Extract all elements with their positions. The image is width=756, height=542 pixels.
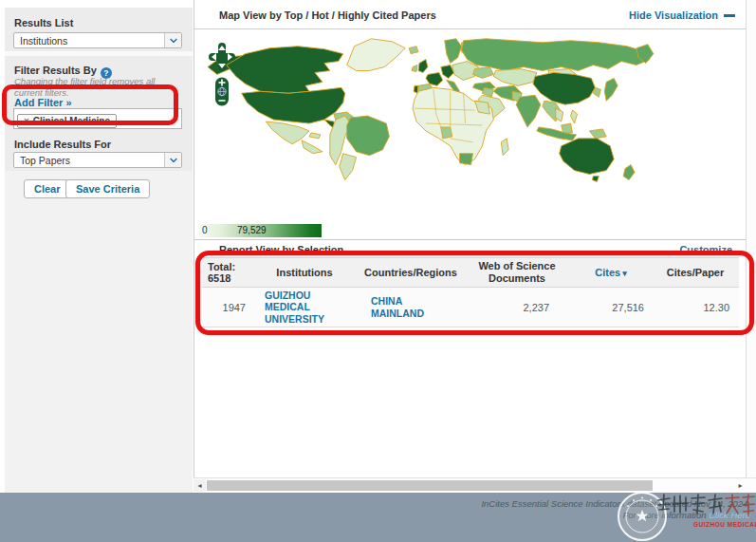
country-cuba bbox=[309, 133, 321, 139]
country-new-zealand bbox=[623, 165, 635, 180]
university-name-cjk-watermark bbox=[656, 493, 755, 523]
results-table: Total: 6518 Institutions Countries/Regio… bbox=[202, 257, 739, 327]
save-criteria-button[interactable]: Save Criteria bbox=[65, 179, 150, 198]
country-philippines bbox=[571, 110, 578, 123]
vertical-scrollbar[interactable] bbox=[746, 0, 756, 477]
horizontal-scrollbar[interactable]: ◂ ▸ bbox=[194, 477, 756, 492]
country-nigeria bbox=[441, 127, 452, 139]
row-wos-documents: 2,237 bbox=[464, 302, 570, 313]
map-color-legend: 0 79,529 bbox=[199, 224, 322, 237]
filter-chip-label: Clinical Medicine bbox=[33, 116, 110, 126]
customize-link[interactable]: Customize bbox=[679, 244, 732, 255]
total-header: Total: 6518 bbox=[202, 261, 251, 284]
collapse-icon bbox=[724, 14, 735, 17]
hide-visualization-label: Hide Visualization bbox=[629, 9, 718, 21]
country-iceland bbox=[409, 47, 418, 54]
filter-note: Changing the filter field removes all cu… bbox=[14, 76, 177, 100]
section-divider bbox=[5, 51, 193, 56]
country-australia bbox=[560, 139, 614, 175]
hide-visualization-link[interactable]: Hide Visualization bbox=[629, 9, 735, 21]
section-divider bbox=[194, 239, 747, 240]
dropdown-button[interactable] bbox=[164, 153, 181, 167]
chevron-down-icon bbox=[169, 35, 176, 43]
chevron-down-icon bbox=[169, 155, 176, 162]
scroll-left-button[interactable]: ◂ bbox=[194, 479, 206, 492]
dropdown-button[interactable] bbox=[164, 33, 181, 47]
region-scandinavia bbox=[445, 39, 462, 64]
table-row: 1947 GUIZHOU MEDICAL UNIVERSITY CHINA MA… bbox=[202, 288, 739, 327]
country-new-guinea bbox=[589, 129, 606, 139]
region-central-asia bbox=[493, 69, 537, 86]
country-south-africa bbox=[460, 154, 473, 165]
total-label: Total: bbox=[208, 261, 251, 272]
country-uk bbox=[418, 60, 428, 73]
results-list-value: Institutions bbox=[14, 35, 164, 47]
filter-sidebar: Results List Institutions Filter Results… bbox=[5, 8, 193, 493]
region-central-america bbox=[302, 140, 323, 154]
esi-app-window: Results List Institutions Filter Results… bbox=[0, 0, 756, 542]
country-ireland bbox=[412, 65, 417, 72]
map-view-title: Map View by Top / Hot / Highly Cited Pap… bbox=[219, 9, 436, 21]
scrollbar-thumb[interactable] bbox=[207, 480, 653, 491]
row-cites: 27,516 bbox=[570, 302, 652, 313]
country-usa bbox=[242, 87, 345, 123]
row-cites-per-paper: 12.30 bbox=[652, 302, 739, 313]
legend-min-label: 0 bbox=[202, 225, 208, 235]
panel-header: Map View by Top / Hot / Highly Cited Pap… bbox=[194, 0, 747, 29]
world-choropleth-map[interactable] bbox=[204, 32, 745, 215]
column-header-cites-per-paper[interactable]: Cites/Paper bbox=[652, 267, 739, 278]
legend-max-label: 79,529 bbox=[237, 225, 267, 235]
country-borneo bbox=[562, 123, 573, 133]
filter-by-label: Filter Results By bbox=[14, 65, 97, 76]
scroll-right-button[interactable]: ▸ bbox=[734, 479, 747, 492]
institution-link[interactable]: GUIZHOU MEDICAL UNIVERSITY bbox=[265, 290, 355, 324]
country-india bbox=[516, 95, 541, 127]
country-germany bbox=[441, 65, 454, 79]
table-header-row: Total: 6518 Institutions Countries/Regio… bbox=[202, 257, 739, 288]
country-japan bbox=[604, 78, 618, 101]
university-name-en: GUIZHOU MEDICAL UNIVERSITY bbox=[693, 521, 756, 528]
include-results-dropdown[interactable]: Top Papers bbox=[13, 152, 182, 168]
country-russia bbox=[462, 39, 650, 71]
include-results-label: Include Results For bbox=[14, 139, 111, 150]
country-greenland bbox=[347, 39, 405, 71]
report-view-title: Report View by Selection bbox=[219, 244, 343, 255]
results-list-dropdown[interactable]: Institutions bbox=[13, 32, 182, 48]
country-ukraine bbox=[473, 67, 494, 79]
country-brazil bbox=[347, 116, 390, 156]
row-count: 1947 bbox=[202, 302, 251, 313]
country-canada bbox=[227, 47, 343, 94]
country-korea bbox=[593, 87, 600, 97]
include-results-value: Top Papers bbox=[14, 155, 164, 166]
country-link[interactable]: CHINA MAINLAND bbox=[371, 295, 437, 318]
clear-button[interactable]: Clear bbox=[24, 179, 71, 198]
column-header-wos-documents[interactable]: Web of Science Documents bbox=[464, 260, 570, 285]
remove-filter-icon[interactable]: × bbox=[24, 116, 29, 126]
country-tasmania bbox=[592, 177, 599, 182]
active-filters-box: × Clinical Medicine bbox=[13, 108, 182, 129]
results-list-label: Results List bbox=[14, 17, 73, 28]
map-zoom-control[interactable] bbox=[214, 77, 230, 106]
footer-band: InCites Essential Science Indicators dat… bbox=[0, 493, 756, 542]
filter-chip: × Clinical Medicine bbox=[17, 114, 117, 128]
globe-icon bbox=[218, 87, 226, 95]
column-header-institutions[interactable]: Institutions bbox=[251, 267, 358, 278]
add-filter-link[interactable]: Add Filter » bbox=[14, 97, 72, 108]
map-pan-control[interactable] bbox=[208, 42, 236, 72]
visualization-panel: Map View by Top / Hot / Highly Cited Pap… bbox=[194, 0, 746, 477]
total-value: 6518 bbox=[208, 272, 251, 284]
sort-desc-icon: ▾ bbox=[622, 269, 627, 278]
country-argentina bbox=[340, 154, 357, 180]
sidebar-lower-zone bbox=[5, 171, 193, 493]
country-china bbox=[533, 72, 595, 104]
country-madagascar bbox=[501, 139, 508, 156]
column-header-countries[interactable]: Countries/Regions bbox=[358, 267, 464, 278]
column-header-cites[interactable]: Cites▾ bbox=[570, 267, 652, 278]
